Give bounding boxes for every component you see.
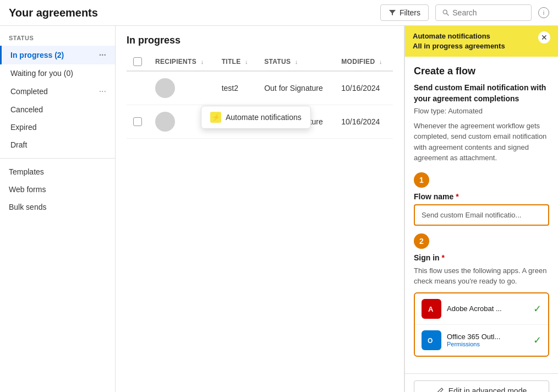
- sign-in-label-text: Sign in: [414, 253, 440, 262]
- flow-name-label: Flow name *: [414, 192, 549, 201]
- sidebar-item-in-progress[interactable]: In progress (2) ···: [0, 46, 115, 64]
- sidebar-section-label: STATUS: [0, 35, 115, 46]
- flow-detail: Whenever the agreement workflow gets com…: [414, 121, 549, 164]
- acrobat-name: Adobe Acrobat ...: [447, 304, 528, 313]
- app-item-outlook[interactable]: O Office 365 Outl... Permissions ✓: [415, 325, 548, 356]
- sidebar-item-waiting[interactable]: Waiting for you (0): [0, 64, 115, 82]
- edit-advanced-button[interactable]: Edit in advanced mode: [414, 380, 549, 392]
- row1-title-cell[interactable]: test2: [215, 71, 258, 105]
- info-icon[interactable]: i: [538, 7, 549, 18]
- row1-avatar: [155, 78, 175, 98]
- sidebar: STATUS In progress (2) ··· Waiting for y…: [0, 26, 116, 392]
- sidebar-item-waiting-label: Waiting for you (0): [10, 69, 73, 78]
- th-status[interactable]: Status ↓: [258, 53, 335, 71]
- row1-recipient-cell: [149, 71, 215, 105]
- title-sort-icon[interactable]: ↓: [245, 58, 248, 65]
- sidebar-more-completed[interactable]: ···: [99, 86, 106, 96]
- app-item-acrobat[interactable]: A Adobe Acrobat ... ✓: [415, 293, 548, 325]
- content-header: In progress: [116, 26, 404, 53]
- sidebar-item-templates[interactable]: Templates: [0, 163, 115, 181]
- th-recipients[interactable]: Recipients ↓: [149, 53, 215, 71]
- row2-modified: 10/16/2024: [341, 117, 380, 126]
- flow-name-required: *: [456, 192, 458, 201]
- select-all-checkbox[interactable]: [133, 57, 142, 66]
- filters-button[interactable]: Filters: [380, 4, 429, 21]
- search-input[interactable]: [452, 8, 524, 17]
- modified-sort-icon[interactable]: ↓: [379, 58, 382, 65]
- acrobat-check-icon: ✓: [533, 303, 541, 315]
- sidebar-item-draft-label: Draft: [10, 140, 27, 149]
- th-modified[interactable]: Modified ↓: [335, 53, 393, 71]
- sidebar-item-web-forms[interactable]: Web forms: [0, 181, 115, 198]
- th-recipients-label: Recipients: [155, 58, 196, 66]
- sidebar-item-bulk-sends[interactable]: Bulk sends: [0, 198, 115, 216]
- content-area: In progress Recipients ↓ Title: [116, 26, 404, 392]
- sidebar-item-canceled-label: Canceled: [10, 105, 43, 114]
- outlook-permissions[interactable]: Permissions: [447, 341, 528, 347]
- row1-modified-cell: 10/16/2024: [335, 71, 393, 105]
- sidebar-webforms-label: Web forms: [9, 185, 46, 194]
- search-box[interactable]: [435, 4, 532, 21]
- row2-avatar: [155, 112, 175, 132]
- content-section-title: In progress: [127, 35, 180, 46]
- acrobat-svg: A: [426, 303, 437, 314]
- panel-header-line1: Automate notifications: [413, 31, 505, 41]
- sidebar-item-completed[interactable]: Completed ···: [0, 82, 115, 101]
- edit-advanced-label: Edit in advanced mode: [448, 386, 527, 392]
- row1-status-cell: Out for Signature: [258, 71, 335, 105]
- th-checkbox: [127, 53, 149, 71]
- th-status-label: Status: [264, 58, 291, 66]
- sidebar-more-in-progress[interactable]: ···: [99, 50, 106, 60]
- row2-checkbox[interactable]: [133, 117, 142, 126]
- tooltip-bolt-icon: ⚡: [210, 112, 221, 123]
- outlook-svg: O: [426, 335, 437, 346]
- sign-in-required: *: [442, 253, 445, 262]
- sidebar-item-expired[interactable]: Expired: [0, 118, 115, 136]
- automate-tooltip[interactable]: ⚡ Automate notifications: [201, 106, 311, 129]
- step-one-section: 1 Flow name *: [414, 172, 549, 226]
- top-bar: Your agreements Filters i: [0, 0, 558, 26]
- apps-box: A Adobe Acrobat ... ✓ O: [414, 292, 549, 357]
- row1-status: Out for Signature: [264, 84, 323, 92]
- main-content: STATUS In progress (2) ··· Waiting for y…: [0, 26, 558, 392]
- sidebar-item-completed-label: Completed: [10, 87, 48, 96]
- panel-header-text: Automate notifications All in progress a…: [413, 31, 505, 51]
- panel-close-button[interactable]: ✕: [538, 31, 550, 43]
- svg-line-1: [446, 13, 448, 15]
- panel-header-line2: All in progress agreements: [413, 41, 505, 51]
- top-actions: Filters i: [380, 4, 549, 21]
- step-two-badge: 2: [414, 233, 429, 249]
- acrobat-icon: A: [422, 299, 441, 319]
- flow-name-input[interactable]: [416, 206, 547, 224]
- sidebar-item-draft[interactable]: Draft: [0, 136, 115, 154]
- panel-header: Automate notifications All in progress a…: [405, 26, 558, 57]
- step-one-badge: 1: [414, 172, 429, 188]
- panel-body: Create a flow Send custom Email notifica…: [405, 57, 558, 373]
- tooltip-container: ⚡ Automate notifications: [201, 106, 311, 129]
- row1-checkbox-cell: [127, 71, 149, 105]
- sidebar-item-in-progress-label: In progress (2): [10, 51, 64, 59]
- table-header-row: Recipients ↓ Title ↓ Status ↓ Modified: [127, 53, 393, 71]
- outlook-info: Office 365 Outl... Permissions: [447, 333, 528, 347]
- flow-type: Flow type: Automated: [414, 107, 549, 115]
- row2-modified-cell: 10/16/2024: [335, 105, 393, 139]
- page-title: Your agreements: [9, 7, 380, 19]
- status-sort-icon[interactable]: ↓: [295, 58, 298, 65]
- table-row: test2 Out for Signature 10/16/2024: [127, 71, 393, 105]
- row2-checkbox-cell: [127, 105, 149, 139]
- th-title-label: Title: [222, 58, 241, 66]
- outlook-check-icon: ✓: [533, 334, 541, 346]
- sidebar-item-canceled[interactable]: Canceled: [0, 101, 115, 118]
- row1-modified: 10/16/2024: [341, 84, 380, 92]
- recipients-sort-icon[interactable]: ↓: [201, 58, 204, 65]
- sidebar-divider: [0, 158, 115, 159]
- sidebar-templates-label: Templates: [9, 167, 44, 176]
- outlook-icon: O: [422, 330, 441, 350]
- step-two-section: 2 Sign in * This flow uses the following…: [414, 233, 549, 357]
- th-title[interactable]: Title ↓: [215, 53, 258, 71]
- th-modified-label: Modified: [341, 58, 375, 66]
- outlook-name: Office 365 Outl...: [447, 333, 528, 341]
- panel-footer: Edit in advanced mode: [405, 373, 558, 392]
- sign-in-desc: This flow uses the following apps. A gre…: [414, 265, 549, 287]
- flow-description: Send custom Email notification with your…: [414, 83, 549, 104]
